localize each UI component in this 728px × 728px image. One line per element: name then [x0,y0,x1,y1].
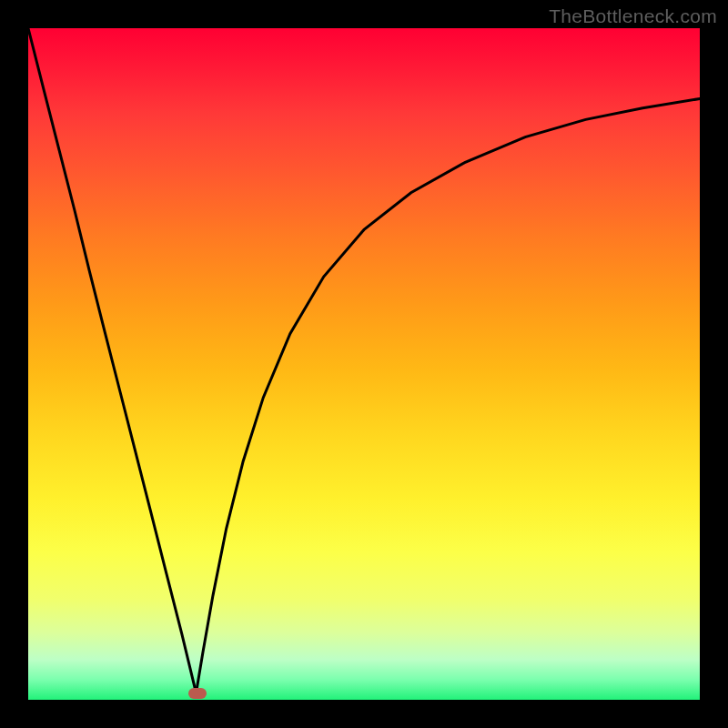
watermark-text: TheBottleneck.com [549,5,717,27]
curve-svg [28,28,700,700]
chart-container: TheBottleneck.com [0,0,728,728]
plot-area [28,28,700,700]
curve-right-branch [197,98,701,693]
curve-left-branch [28,28,197,693]
minimum-marker [188,688,207,699]
